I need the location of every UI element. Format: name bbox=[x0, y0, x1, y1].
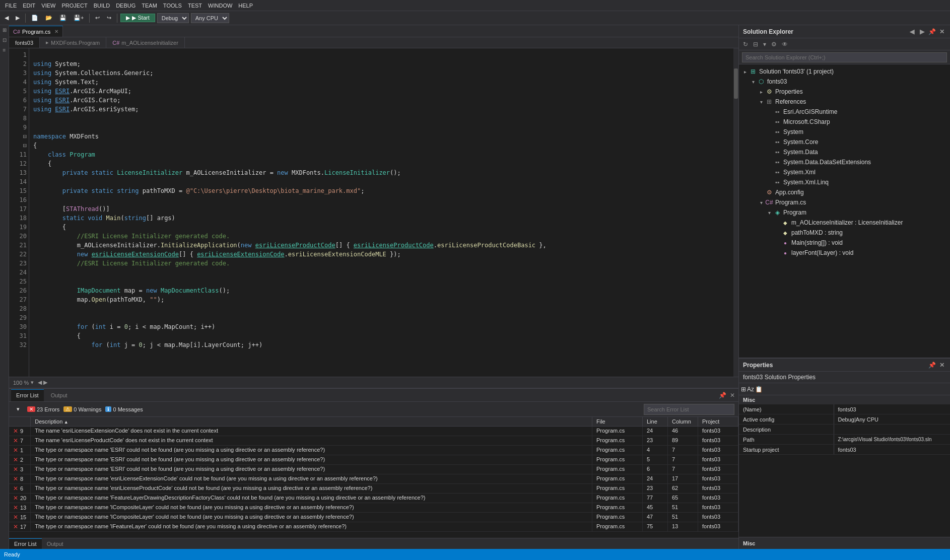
col-header-file[interactable]: File bbox=[592, 417, 643, 427]
sidebar-icon-2[interactable]: ⊡ bbox=[1, 37, 8, 44]
table-row[interactable]: ✕ 8 The type or namespace name 'esriLice… bbox=[9, 474, 738, 484]
error-count-badge[interactable]: ✕ 23 Errors bbox=[27, 406, 59, 412]
menu-build[interactable]: BUILD bbox=[91, 3, 113, 9]
col-header-num[interactable] bbox=[9, 417, 31, 427]
undo-button[interactable]: ↩ bbox=[93, 14, 102, 22]
tree-field-aolicenseinitializer[interactable]: ◆ m_AOLicenseInitializer : LicenseInitia… bbox=[739, 218, 950, 228]
props-val-startup[interactable]: fonts03 bbox=[834, 445, 950, 454]
props-val-path[interactable]: Z:\arcgis\Visual Studio\fonts03\fonts03.… bbox=[834, 435, 950, 444]
code-content[interactable]: using System; using System.Collections.G… bbox=[29, 48, 733, 377]
tree-references[interactable]: ▾ ⊞ References bbox=[739, 97, 950, 107]
sidebar-icon-3[interactable]: ≡ bbox=[1, 47, 8, 54]
tab-error-list[interactable]: Error List bbox=[11, 389, 44, 401]
tree-method-layerfont[interactable]: ● layerFont(ILayer) : void bbox=[739, 248, 950, 258]
tree-ref-ms[interactable]: ▪▪ Microsoft.CSharp bbox=[739, 117, 950, 127]
forward-button[interactable]: ▶ bbox=[13, 14, 22, 22]
tree-appconfig[interactable]: ⚙ App.config bbox=[739, 187, 950, 197]
redo-button[interactable]: ↪ bbox=[104, 14, 114, 22]
bottom-tab-output[interactable]: Output bbox=[42, 538, 69, 549]
tree-ref-systemdata[interactable]: ▪▪ System.Data bbox=[739, 147, 950, 157]
warning-count-badge[interactable]: ⚠ 0 Warnings bbox=[63, 406, 101, 412]
props-grid-btn[interactable]: ⊞ bbox=[741, 386, 746, 393]
menu-edit[interactable]: EDIT bbox=[20, 3, 38, 9]
table-row[interactable]: ✕ 7 The name 'esriLicenseProductCode' do… bbox=[9, 436, 738, 446]
menu-tools[interactable]: TOOLS bbox=[160, 3, 185, 9]
table-row[interactable]: ✕ 6 The type or namespace name 'esriLice… bbox=[9, 484, 738, 494]
menu-debug[interactable]: DEBUG bbox=[113, 3, 139, 9]
se-close-btn[interactable]: ✕ bbox=[938, 28, 946, 36]
tree-ref-systemcore[interactable]: ▪▪ System.Core bbox=[739, 137, 950, 147]
tree-ref-systemdataset[interactable]: ▪▪ System.Data.DataSetExtensions bbox=[739, 157, 950, 167]
se-prev-btn[interactable]: ◀ bbox=[908, 28, 916, 36]
file-tab-aolicense[interactable]: C# m_AOLicenseInitializer bbox=[106, 37, 185, 48]
tree-ref-system[interactable]: ▪▪ System bbox=[739, 127, 950, 137]
se-refresh-btn[interactable]: ↻ bbox=[741, 40, 750, 49]
panel-close-btn[interactable]: ✕ bbox=[728, 391, 736, 399]
menu-test[interactable]: TEST bbox=[185, 3, 205, 9]
save-button[interactable]: 💾 bbox=[57, 14, 69, 22]
se-pin-btn[interactable]: 📌 bbox=[928, 28, 936, 36]
tree-programcs[interactable]: ▾ C# Program.cs bbox=[739, 197, 950, 207]
menu-file[interactable]: FILE bbox=[2, 3, 20, 9]
filter-toggle[interactable]: ▾ bbox=[13, 404, 23, 414]
se-props-btn[interactable]: ⚙ bbox=[769, 40, 779, 49]
se-search-input[interactable] bbox=[742, 52, 947, 62]
se-next-btn[interactable]: ▶ bbox=[918, 28, 926, 36]
props-close-btn[interactable]: ✕ bbox=[938, 361, 946, 369]
menu-view[interactable]: VIEW bbox=[38, 3, 58, 9]
menu-project[interactable]: PROJECT bbox=[58, 3, 90, 9]
se-collapse-btn[interactable]: ⊟ bbox=[751, 40, 760, 49]
file-tab-mxdfonts[interactable]: ▸ MXDFonts.Program bbox=[40, 37, 106, 48]
open-button[interactable]: 📂 bbox=[43, 14, 55, 22]
table-row[interactable]: ✕ 1 The type or namespace name 'ESRI' co… bbox=[9, 446, 738, 455]
zoom-control[interactable]: 100 % ▾ bbox=[13, 379, 34, 386]
se-filter-btn[interactable]: ▾ bbox=[761, 40, 768, 49]
props-page-btn[interactable]: 📋 bbox=[755, 386, 763, 393]
panel-pin-btn[interactable]: 📌 bbox=[718, 391, 726, 399]
tree-ref-esri[interactable]: ▪▪ Esri.ArcGISRuntime bbox=[739, 107, 950, 117]
props-val-description[interactable] bbox=[834, 425, 950, 434]
error-search-input[interactable] bbox=[644, 404, 734, 415]
menu-help[interactable]: HELP bbox=[235, 3, 256, 9]
tree-ref-systemxml[interactable]: ▪▪ System.Xml bbox=[739, 167, 950, 177]
col-header-proj[interactable]: Project bbox=[698, 417, 738, 427]
file-tab-fonts03[interactable]: fonts03 bbox=[9, 37, 40, 48]
table-row[interactable]: ✕ 9 The name 'esriLicenseExtensionCode' … bbox=[9, 427, 738, 436]
table-row[interactable]: ✕ 13 The type or namespace name 'ICompos… bbox=[9, 503, 738, 513]
table-row[interactable]: ✕ 2 The type or namespace name 'ESRI' co… bbox=[9, 455, 738, 465]
table-row[interactable]: ✕ 15 The type or namespace name 'ICompos… bbox=[9, 513, 738, 522]
tree-field-pathtomxd[interactable]: ◆ pathToMXD : string bbox=[739, 228, 950, 238]
props-val-activeconfig[interactable]: Debug|Any CPU bbox=[834, 414, 950, 424]
code-editor[interactable]: 12345 6789⊟ ⊟11121314 1516171819 2021222… bbox=[9, 48, 738, 377]
col-header-col[interactable]: Column bbox=[668, 417, 698, 427]
se-preview-btn[interactable]: 👁 bbox=[780, 40, 790, 49]
tab-output[interactable]: Output bbox=[46, 389, 73, 401]
start-button[interactable]: ▶ ▶ Start bbox=[120, 14, 155, 22]
back-button[interactable]: ◀ bbox=[2, 14, 11, 22]
tab-program-cs[interactable]: C# Program.cs ✕ bbox=[9, 26, 63, 37]
build-config-dropdown[interactable]: Debug bbox=[157, 13, 189, 23]
tab-close-btn[interactable]: ✕ bbox=[54, 29, 58, 34]
props-val-name[interactable]: fonts03 bbox=[834, 404, 950, 414]
sidebar-icon-1[interactable]: ⊞ bbox=[1, 27, 8, 34]
tree-ref-systemxmllinq[interactable]: ▪▪ System.Xml.Linq bbox=[739, 177, 950, 187]
props-alpha-btn[interactable]: Az bbox=[747, 386, 754, 393]
menu-window[interactable]: WINDOW bbox=[205, 3, 235, 9]
props-pin-btn[interactable]: 📌 bbox=[928, 361, 936, 369]
menu-team[interactable]: TEAM bbox=[139, 3, 160, 9]
table-row[interactable]: ✕ 20 The type or namespace name 'Feature… bbox=[9, 494, 738, 503]
tree-solution[interactable]: ▸ ⊞ Solution 'fonts03' (1 project) bbox=[739, 66, 950, 77]
scroll-indicator[interactable]: ◀ ▶ bbox=[38, 379, 47, 386]
save-all-button[interactable]: 💾+ bbox=[71, 14, 86, 22]
message-count-badge[interactable]: ℹ 0 Messages bbox=[105, 406, 143, 412]
new-file-button[interactable]: 📄 bbox=[29, 14, 41, 22]
table-row[interactable]: ✕ 3 The type or namespace name 'ESRI' co… bbox=[9, 465, 738, 474]
bottom-tab-errorlist[interactable]: Error List bbox=[9, 538, 42, 549]
tree-program-class[interactable]: ▾ ◈ Program bbox=[739, 207, 950, 218]
editor-scrollbar[interactable] bbox=[733, 48, 738, 377]
tree-properties[interactable]: ▸ ⚙ Properties bbox=[739, 87, 950, 97]
tree-project[interactable]: ▾ ⬡ fonts03 bbox=[739, 77, 950, 87]
scrollbar-thumb[interactable] bbox=[734, 68, 738, 99]
tree-method-main[interactable]: ● Main(string[]) : void bbox=[739, 238, 950, 248]
col-header-line[interactable]: Line bbox=[643, 417, 668, 427]
